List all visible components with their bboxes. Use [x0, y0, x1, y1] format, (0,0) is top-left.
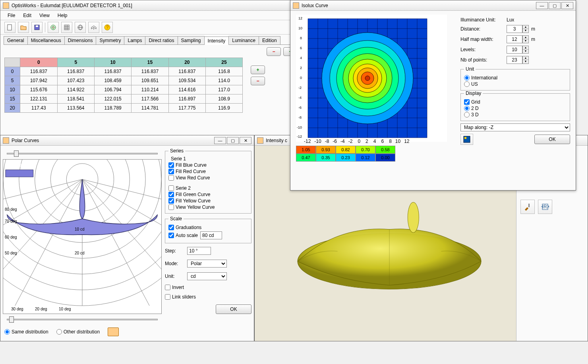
col-header[interactable]: 20: [168, 58, 205, 67]
fill-green-checkbox[interactable]: Fill Green Curve: [168, 192, 248, 197]
unit-select[interactable]: cd: [187, 272, 227, 280]
tab-intensity[interactable]: Intensity: [204, 37, 229, 45]
distance-spinner[interactable]: ▲▼: [507, 25, 529, 33]
cell[interactable]: 116.837: [168, 67, 205, 76]
cell[interactable]: 106.794: [94, 85, 131, 94]
cell[interactable]: 114.0: [206, 76, 243, 85]
cell[interactable]: 110.214: [132, 85, 168, 94]
row-header[interactable]: 5: [5, 76, 20, 85]
menu-edit[interactable]: Edit: [20, 12, 35, 19]
save-icon[interactable]: [31, 22, 43, 33]
intensity-table[interactable]: 0 5 10 15 20 25 0116.837116.837116.83711…: [4, 58, 243, 113]
same-distribution-radio[interactable]: Same distribution: [4, 329, 48, 335]
menu-view[interactable]: View: [36, 12, 53, 19]
fill-blue-checkbox[interactable]: Fill Blue Curve: [168, 162, 248, 168]
row-header[interactable]: 15: [5, 94, 20, 104]
cell[interactable]: 116.9: [206, 104, 243, 113]
cell[interactable]: 107.942: [20, 76, 57, 85]
menu-help[interactable]: Help: [54, 12, 71, 19]
new-icon[interactable]: [4, 22, 15, 33]
cell[interactable]: 107.423: [57, 76, 94, 85]
grid3d-icon[interactable]: [88, 22, 99, 33]
cell[interactable]: 116.837: [132, 67, 168, 76]
mode-select[interactable]: Polar: [187, 260, 227, 268]
remove-row-button[interactable]: −: [251, 77, 265, 85]
view-yellow-checkbox[interactable]: View Yellow Curve: [168, 204, 248, 210]
isolux-ok-button[interactable]: OK: [534, 135, 570, 144]
maximize-button[interactable]: ▢: [227, 137, 239, 144]
close-button[interactable]: ✕: [240, 137, 251, 144]
tools-icon[interactable]: [520, 200, 535, 214]
cell[interactable]: 122.131: [20, 94, 57, 104]
close-button[interactable]: ✕: [561, 2, 573, 9]
tab-sampling[interactable]: Sampling: [178, 36, 205, 44]
cell[interactable]: 118.541: [57, 94, 94, 104]
cell[interactable]: 114.781: [132, 104, 168, 113]
cell[interactable]: 117.43: [20, 104, 57, 113]
cell[interactable]: 108.459: [94, 76, 131, 85]
serie2-checkbox[interactable]: Serie 2: [168, 185, 248, 191]
minimize-button[interactable]: —: [536, 2, 548, 9]
3d-radio[interactable]: 3 D: [464, 112, 567, 117]
cell[interactable]: 117.566: [132, 94, 168, 104]
row-header[interactable]: 10: [5, 85, 20, 94]
unit-international-radio[interactable]: International: [464, 75, 567, 81]
levels-spinner[interactable]: ▲▼: [507, 46, 529, 54]
grid-checkbox[interactable]: Grid: [464, 99, 567, 105]
tab-general[interactable]: General: [4, 36, 28, 44]
2d-radio[interactable]: 2 D: [464, 106, 567, 111]
invert-checkbox[interactable]: Invert: [165, 285, 251, 290]
c-plane-slider[interactable]: [7, 150, 158, 158]
fill-yellow-checkbox[interactable]: Fill Yellow Curve: [168, 198, 248, 204]
scale-value-input[interactable]: [200, 231, 222, 239]
tab-dimensions[interactable]: Dimensions: [64, 36, 97, 44]
open-icon[interactable]: [18, 22, 29, 33]
cell[interactable]: 117.775: [168, 104, 205, 113]
other-distribution-radio[interactable]: Other distribution: [56, 329, 100, 335]
tab-lamps[interactable]: Lamps: [124, 36, 145, 44]
cell[interactable]: 116.8: [206, 67, 243, 76]
cell[interactable]: 122.015: [94, 94, 131, 104]
export-icon[interactable]: HRX: [538, 200, 552, 214]
col-header[interactable]: 5: [57, 58, 94, 67]
cell[interactable]: 116.837: [20, 67, 57, 76]
remove-col-button[interactable]: −: [267, 47, 281, 56]
cell[interactable]: 115.676: [20, 85, 57, 94]
col-header[interactable]: 0: [20, 58, 57, 67]
target-icon[interactable]: [48, 22, 59, 33]
cell[interactable]: 118.789: [94, 104, 131, 113]
browse-folder-icon[interactable]: [108, 327, 119, 336]
row-header[interactable]: 0: [5, 67, 20, 76]
add-row-button[interactable]: +: [251, 65, 265, 74]
link-sliders-checkbox[interactable]: Link sliders: [165, 294, 251, 300]
row-header[interactable]: 20: [5, 104, 20, 113]
tab-luminance[interactable]: Luminance: [228, 36, 259, 44]
cell[interactable]: 116.837: [94, 67, 131, 76]
polar-ok-button[interactable]: OK: [216, 304, 251, 314]
tab-miscellaneous[interactable]: Miscellaneous: [27, 36, 65, 44]
tab-symmetry[interactable]: Symmetry: [96, 36, 124, 44]
cell[interactable]: 109.534: [168, 76, 205, 85]
globe-icon[interactable]: [75, 22, 86, 33]
cell[interactable]: 117.0: [206, 85, 243, 94]
tab-direct-ratios[interactable]: Direct ratios: [145, 36, 178, 44]
col-header[interactable]: 15: [132, 58, 168, 67]
view-red-checkbox[interactable]: View Red Curve: [168, 175, 248, 181]
cell[interactable]: 113.564: [57, 104, 94, 113]
autoscale-checkbox[interactable]: Auto scale: [168, 233, 198, 238]
cell[interactable]: 114.616: [168, 85, 205, 94]
step-input[interactable]: [187, 247, 211, 255]
nbpoints-spinner[interactable]: ▲▼: [507, 56, 529, 64]
fill-red-checkbox[interactable]: Fill Red Curve: [168, 169, 248, 174]
minimize-button[interactable]: —: [214, 137, 226, 144]
grid-icon[interactable]: [61, 22, 72, 33]
colormap-icon[interactable]: [460, 134, 473, 145]
col-header[interactable]: 10: [94, 58, 131, 67]
help-icon[interactable]: ?: [102, 22, 113, 33]
tab-edition[interactable]: Edition: [259, 36, 280, 44]
col-header[interactable]: 25: [206, 58, 243, 67]
halfmap-spinner[interactable]: ▲▼: [507, 35, 529, 43]
menu-file[interactable]: File: [4, 12, 18, 19]
cell[interactable]: 116.897: [168, 94, 205, 104]
second-slider[interactable]: [7, 316, 158, 324]
